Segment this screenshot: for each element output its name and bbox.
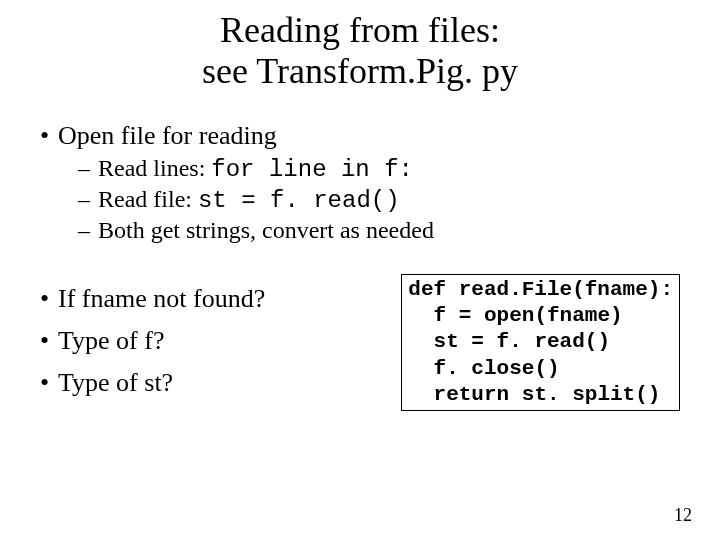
bullet-type-of-f: Type of f? — [40, 326, 401, 356]
sub-list-open: Read lines: for line in f: Read file: st… — [40, 155, 680, 244]
page-number: 12 — [674, 505, 692, 526]
title-line-2: see Transform.Pig. py — [202, 51, 518, 91]
bullet-fname-not-found: If fname not found? — [40, 284, 401, 314]
code-read-file: def read.File(fname): f = open(fname) st… — [401, 274, 680, 411]
sub-read-file: Read file: st = f. read() — [40, 186, 680, 214]
slide-title: Reading from files: see Transform.Pig. p… — [40, 10, 680, 93]
bullet-open-file: Open file for reading — [40, 121, 680, 151]
sub-read-lines: Read lines: for line in f: — [40, 155, 680, 183]
sub-both-strings: Both get strings, convert as needed — [40, 217, 680, 244]
bullet-type-of-st: Type of st? — [40, 368, 401, 398]
title-line-1: Reading from files: — [220, 10, 500, 50]
